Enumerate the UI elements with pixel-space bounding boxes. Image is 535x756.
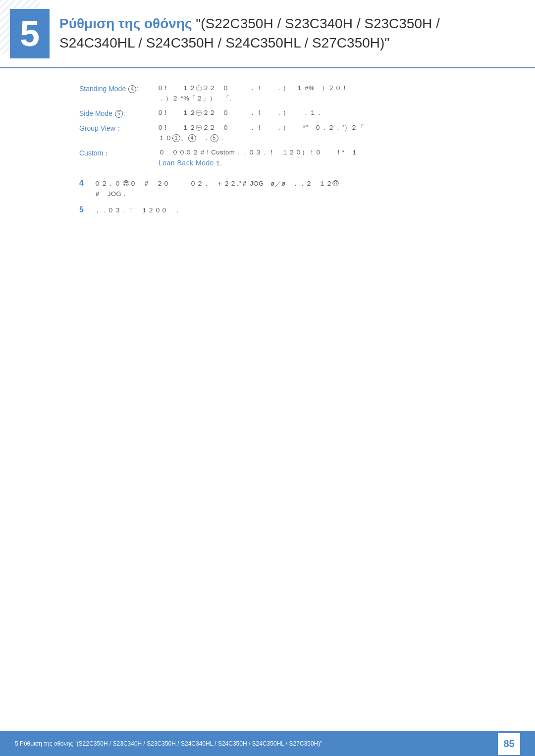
chapter-header: 5 Ρύθμιση της οθόνης "(S22C350H / S23C34… — [0, 0, 535, 68]
custom-content: ０ ０００２ #！Custom，．０３．！ １２０）！０ ！* １ Lean B… — [159, 148, 505, 169]
numbered-item-5: 5 ，．０３．！ １２００ ． — [79, 205, 505, 216]
circle-5b: 5 — [211, 134, 218, 142]
circle-4: 4 — [128, 85, 136, 93]
side-mode-row: Side Mode 5: 0！ １２㊉２２ ０ ．！ ．） ．１． — [79, 108, 505, 119]
side-mode-content: 0！ １２㊉２２ ０ ．！ ．） ．１． — [159, 108, 505, 118]
chapter-number-block: 5 — [10, 9, 50, 58]
group-view-content: 0！ １２㊉２２ ０ ．！ ．） *" ０．２．"）２「 １０1、4 ．5． — [159, 123, 505, 144]
content-table: Standing Mode 4: 0！ １２㊉２２ ０ ．！ ．） １ #% ）… — [79, 83, 505, 169]
circle-1: 1 — [172, 134, 180, 142]
standing-mode-label: Standing Mode 4: — [79, 83, 159, 94]
numbered-items-list: 4 ０２．０ ㉒０ ＃ ２０ ０２． ＋２２."＃ JOG ø／ø ．．２ １２… — [79, 179, 505, 215]
page-number: 85 — [498, 733, 520, 755]
circle-5: 5 — [115, 110, 123, 118]
standing-mode-content: 0！ １２㊉２２ ０ ．！ ．） １ #% ）２０！ ．）２ *%「２」） 「. — [159, 83, 505, 104]
standing-mode-row: Standing Mode 4: 0！ １２㊉２２ ０ ．！ ．） １ #% ）… — [79, 83, 505, 104]
item-text-4: ０２．０ ㉒０ ＃ ２０ ０２． ＋２２."＃ JOG ø／ø ．．２ １２㉒ … — [94, 179, 505, 200]
group-view-row: Group View： 0！ １２㊉２２ ０ ．！ ．） *" ０．２．"）２「… — [79, 123, 505, 144]
main-content: Standing Mode 4: 0！ １２㊉２２ ０ ．！ ．） １ #% ）… — [0, 83, 535, 216]
header-title: Ρύθμιση της οθόνης "(S22C350H / S23C340H… — [50, 9, 510, 57]
custom-row: Custom： ０ ０００２ #！Custom，．０３．！ １２０）！０ ！* … — [79, 148, 505, 169]
side-mode-label: Side Mode 5: — [79, 108, 159, 119]
chapter-number: 5 — [20, 16, 40, 51]
numbered-item-4: 4 ０２．０ ㉒０ ＃ ２０ ０２． ＋２２."＃ JOG ø／ø ．．２ １２… — [79, 179, 505, 200]
lean-back-mode-text: Lean Back Mode — [159, 159, 214, 167]
item-text-5: ，．０３．！ １２００ ． — [94, 205, 505, 216]
item-number-4: 4 — [79, 179, 94, 188]
footer-text: 5 Ρύθμιση της οθόνης "(S22C350H / S23C34… — [15, 740, 322, 747]
title-greek: Ρύθμιση της οθόνης — [59, 16, 192, 31]
page-container: 5 Ρύθμιση της οθόνης "(S22C350H / S23C34… — [0, 0, 535, 756]
circle-4b: 4 — [188, 134, 196, 142]
page-footer: 5 Ρύθμιση της οθόνης "(S22C350H / S23C34… — [0, 731, 535, 756]
item-number-5: 5 — [79, 205, 94, 214]
group-view-label: Group View： — [79, 123, 159, 134]
custom-label: Custom： — [79, 148, 159, 158]
